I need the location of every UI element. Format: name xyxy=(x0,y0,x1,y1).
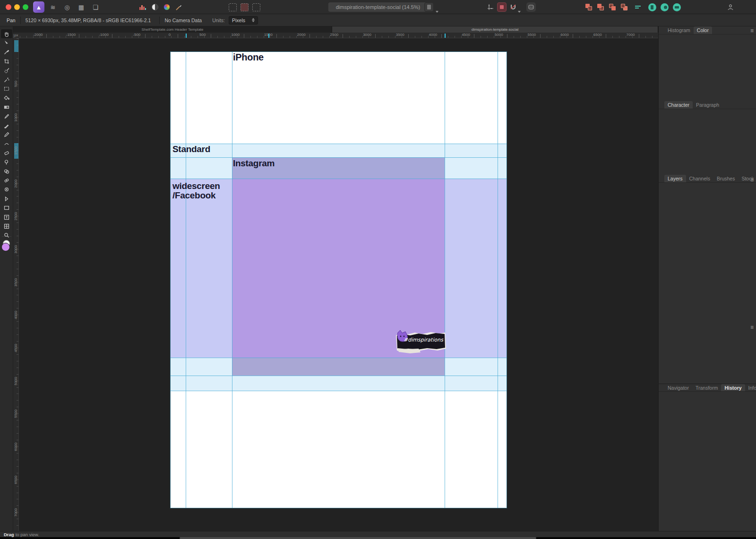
label-facebook: /Facebook xyxy=(172,191,215,200)
tool-rectangle[interactable] xyxy=(1,204,12,213)
split-view-icon[interactable] xyxy=(252,3,260,11)
liquify-persona-icon[interactable]: ≋ xyxy=(47,1,59,13)
tool-flood-select[interactable] xyxy=(1,75,12,84)
tool-dodge[interactable] xyxy=(1,158,12,167)
document-tab-label: ShelfTemplate.com Header Template xyxy=(141,27,203,32)
tool-move[interactable] xyxy=(1,38,12,47)
photo-persona-icon[interactable]: ▲ xyxy=(33,1,44,13)
tool-erase[interactable] xyxy=(1,148,12,157)
move-forward-icon[interactable] xyxy=(596,2,605,12)
horizontal-scrollbar[interactable] xyxy=(180,537,536,539)
tool-view[interactable] xyxy=(1,29,12,38)
tool-blemish-removal[interactable] xyxy=(1,185,12,194)
move-to-back-icon[interactable] xyxy=(619,2,629,12)
tool-pixel[interactable] xyxy=(1,130,12,139)
color-panel-tabs: Histogram Color ≡ xyxy=(659,26,756,34)
zoom-window-button[interactable] xyxy=(23,4,28,10)
auto-levels-icon[interactable] xyxy=(138,2,147,12)
tool-clone[interactable] xyxy=(1,167,12,176)
tool-node[interactable] xyxy=(1,194,12,203)
canvas-viewport[interactable]: iPhone Standard Instagram widescreen /Fa… xyxy=(19,38,658,531)
foreground-colour-swatch[interactable] xyxy=(1,243,10,251)
auto-contrast-icon[interactable] xyxy=(150,2,160,12)
label-iphone: iPhone xyxy=(233,52,264,62)
preview-mode-icon[interactable] xyxy=(424,2,434,12)
guide-horizontal xyxy=(171,391,507,391)
ruler-tick-label: 4500 xyxy=(462,33,470,37)
units-select[interactable]: Pixels xyxy=(229,16,258,25)
move-to-front-icon[interactable] xyxy=(584,2,593,12)
tool-artistic-text[interactable] xyxy=(1,213,12,222)
tab-paragraph[interactable]: Paragraph xyxy=(693,101,722,109)
units-label: Units: xyxy=(212,17,225,23)
tool-colour-replacement-brush[interactable] xyxy=(1,121,12,130)
alignment-icon[interactable] xyxy=(633,2,643,12)
tool-paint-brush[interactable] xyxy=(1,112,12,121)
assistant-icon[interactable] xyxy=(526,2,536,12)
colour-selector[interactable] xyxy=(1,240,12,252)
develop-persona-icon[interactable]: ◎ xyxy=(61,1,73,13)
ruler-tick-label: -1000 xyxy=(99,33,108,37)
panel-menu-icon[interactable]: ≡ xyxy=(750,324,754,331)
insert-on-top-icon[interactable] xyxy=(661,3,669,11)
tab-color[interactable]: Color xyxy=(694,26,712,34)
guide-horizontal xyxy=(171,376,507,376)
left-ruler[interactable]: 5001000150020002500300035004000450050005… xyxy=(13,38,19,531)
tab-character[interactable]: Character xyxy=(664,101,693,109)
ruler-tick-label: 6000 xyxy=(560,33,569,37)
minimize-window-button[interactable] xyxy=(14,4,20,10)
tool-flood-fill[interactable] xyxy=(1,94,12,103)
insert-inside-icon[interactable] xyxy=(673,3,681,11)
move-backward-icon[interactable] xyxy=(608,2,617,12)
tool-marquee-select[interactable] xyxy=(1,84,12,93)
snapping-presets-icon[interactable] xyxy=(497,2,507,12)
tab-info[interactable]: Info xyxy=(745,384,756,391)
guide-vertical xyxy=(445,52,445,508)
snapping-icon[interactable] xyxy=(508,2,518,12)
tool-zoom[interactable] xyxy=(1,231,12,240)
ruler-tick-label: -500 xyxy=(133,33,140,37)
close-window-button[interactable] xyxy=(6,4,11,10)
dimspirations-tag-image[interactable]: #dimspirations xyxy=(391,330,447,354)
tool-colour-picker[interactable] xyxy=(1,48,12,57)
panel-menu-icon[interactable]: ≡ xyxy=(750,27,754,34)
top-ruler[interactable]: -2000-1500-1000-500050010001500200025003… xyxy=(13,33,658,38)
bottom-panel-tabs: Navigator Transform History Info ≡ xyxy=(659,384,756,392)
ruler-guide-marker xyxy=(186,34,187,38)
band xyxy=(171,358,232,376)
tab-stock[interactable]: Stock xyxy=(738,175,756,182)
account-icon[interactable] xyxy=(726,2,735,12)
tool-mesh-warp[interactable] xyxy=(1,222,12,231)
tone-mapping-persona-icon[interactable]: ▦ xyxy=(76,1,87,13)
tool-gradient[interactable] xyxy=(1,103,12,111)
document-tab-active[interactable]: dimspiration-template-social xyxy=(332,26,658,33)
band xyxy=(171,157,232,179)
tag-text: #dimspirations xyxy=(404,337,444,343)
document-tab[interactable]: ShelfTemplate.com Header Template xyxy=(13,26,332,33)
tab-brushes[interactable]: Brushes xyxy=(713,175,739,182)
tool-healing[interactable] xyxy=(1,176,12,185)
tab-transform[interactable]: Transform xyxy=(692,384,721,391)
tab-navigator[interactable]: Navigator xyxy=(664,384,692,391)
tab-channels[interactable]: Channels xyxy=(686,175,713,182)
artboard[interactable]: iPhone Standard Instagram widescreen /Fa… xyxy=(171,52,507,508)
tab-history[interactable]: History xyxy=(721,384,745,391)
auto-white-balance-icon[interactable] xyxy=(174,2,183,12)
affinity-photo-window: dimspiration-template-social (14.5%) xyxy=(0,0,756,539)
label-widescreen: widescreen xyxy=(172,181,220,191)
retina-view-icon[interactable] xyxy=(241,3,249,11)
ruler-tick-label: 4500 xyxy=(14,344,18,352)
insert-behind-icon[interactable] xyxy=(648,3,656,11)
tab-histogram[interactable]: Histogram xyxy=(664,26,694,34)
auto-colour-icon[interactable] xyxy=(162,2,172,12)
guides-manager-icon[interactable] xyxy=(486,2,495,12)
tool-crop[interactable] xyxy=(1,57,12,66)
pixels-view-icon[interactable] xyxy=(229,3,237,11)
ruler-tick-label: 6500 xyxy=(593,33,602,37)
ruler-tick-label: 500 xyxy=(199,33,206,37)
export-persona-icon[interactable]: ❏ xyxy=(90,1,101,13)
tab-layers[interactable]: Layers xyxy=(664,175,686,182)
tool-smudge[interactable] xyxy=(1,139,12,148)
tool-selection-brush[interactable] xyxy=(1,66,12,75)
ruler-tick-label: 3500 xyxy=(14,278,18,287)
